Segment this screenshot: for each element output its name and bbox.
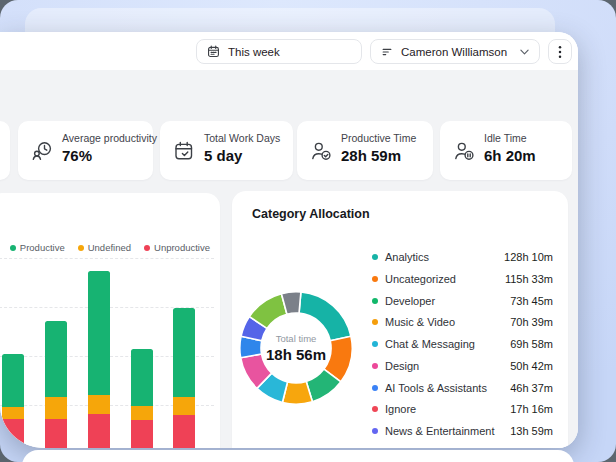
category-legend-row: Analytics128h 10m: [372, 249, 553, 265]
user-check-icon: [310, 140, 332, 162]
legend-dot-productive: [10, 245, 16, 251]
user-filter-select[interactable]: Cameron Williamson: [370, 39, 540, 64]
legend-item-productive: Productive: [10, 242, 65, 253]
dashboard-sheet: This week Cameron Williamson: [0, 32, 578, 448]
category-legend-list: Analytics128h 10mUncategorized115h 33mDe…: [372, 249, 553, 448]
legend-label: Unproductive: [154, 242, 210, 253]
stacked-bar: [88, 271, 110, 448]
category-label: News & Entertainment: [385, 425, 510, 437]
donut-chart: Total time 18h 56m: [239, 291, 353, 405]
category-label: Ignore: [385, 403, 510, 415]
calendar-icon: [207, 45, 220, 58]
category-legend-row: News & Entertainment13h 59m: [372, 423, 553, 439]
bar-segment-unproductive: [88, 414, 110, 448]
category-allocation-card: Category Allocation Total time 18h 56m A…: [232, 191, 568, 448]
bar-segment-undefined: [131, 406, 153, 420]
category-value: 13h 57m: [510, 447, 553, 448]
legend-dot-unproductive: [144, 245, 150, 251]
category-value: 70h 39m: [510, 316, 553, 328]
category-label: AI Tools & Assistants: [385, 382, 510, 394]
category-color-dot: [372, 428, 378, 434]
category-legend-row: Uncategorized115h 33m: [372, 271, 553, 287]
bar-segment-undefined: [173, 397, 195, 415]
donut-center-label: Total time: [276, 333, 317, 344]
category-value: 69h 58m: [510, 338, 553, 350]
user-clock-icon: [31, 140, 53, 162]
gridline: [0, 258, 214, 259]
stacked-bar: [131, 349, 153, 448]
stat-value: 76%: [62, 147, 92, 164]
legend-label: Undefined: [88, 242, 131, 253]
bar-segment-productive: [173, 308, 195, 397]
stat-value: 6h 20m: [484, 147, 536, 164]
filter-icon: [381, 46, 393, 58]
stat-value: 28h 59m: [341, 147, 401, 164]
stat-card-average-productivity: Average productivity 76%: [18, 121, 153, 180]
bar-segment-unproductive: [45, 419, 67, 448]
legend-label: Productive: [20, 242, 65, 253]
category-label: Other: [385, 447, 510, 448]
user-pause-icon: [453, 140, 475, 162]
category-label: Design: [385, 360, 510, 372]
category-color-dot: [372, 298, 378, 304]
legend-item-unproductive: Unproductive: [144, 242, 210, 253]
bar-segment-productive: [131, 349, 153, 406]
category-legend-row: Developer73h 45m: [372, 293, 553, 309]
bar-segment-productive: [2, 354, 24, 407]
top-toolbar: This week Cameron Williamson: [0, 32, 578, 70]
category-label: Developer: [385, 295, 510, 307]
panel-title: Category Allocation: [252, 207, 370, 221]
stat-value: 5 day: [204, 147, 242, 164]
category-value: 115h 33m: [505, 273, 553, 285]
bar-segment-undefined: [2, 407, 24, 419]
category-value: 13h 59m: [510, 425, 553, 437]
category-value: 46h 37m: [510, 382, 553, 394]
category-legend-row: AI Tools & Assistants46h 37m: [372, 380, 553, 396]
category-legend-row: Ignore17h 16m: [372, 401, 553, 417]
stat-label: Average productivity: [62, 132, 157, 144]
category-color-dot: [372, 406, 378, 412]
donut-center-value: 18h 56m: [266, 346, 326, 363]
bar-segment-undefined: [88, 395, 110, 414]
category-color-dot: [372, 276, 378, 282]
donut-center-text: Total time 18h 56m: [239, 291, 353, 405]
bar-segment-unproductive: [131, 420, 153, 448]
bar-segment-productive: [45, 321, 67, 397]
bar-segment-undefined: [45, 397, 67, 419]
stat-label: Idle Time: [484, 132, 527, 144]
calendar-check-icon: [173, 140, 195, 162]
category-color-dot: [372, 385, 378, 391]
category-color-dot: [372, 363, 378, 369]
stacked-bar: [45, 321, 67, 448]
bar-segment-unproductive: [173, 415, 195, 448]
category-color-dot: [372, 254, 378, 260]
category-legend-row: Music & Video70h 39m: [372, 314, 553, 330]
stacked-bar: [173, 308, 195, 448]
category-value: 73h 45m: [510, 295, 553, 307]
category-value: 128h 10m: [504, 251, 553, 263]
category-value: 17h 16m: [510, 403, 553, 415]
dashboard-content: Average productivity 76% Total Work Days…: [0, 70, 578, 448]
category-label: Uncategorized: [385, 273, 505, 285]
legend-item-undefined: Undefined: [78, 242, 131, 253]
category-color-dot: [372, 341, 378, 347]
stat-label: Productive Time: [341, 132, 416, 144]
bar-segment-productive: [88, 271, 110, 395]
bar-chart-legend: Productive Undefined Unproductive: [10, 242, 210, 253]
stat-card-cropped: [0, 121, 10, 180]
user-filter-value: Cameron Williamson: [401, 46, 512, 58]
next-section-sheet-peek: [22, 450, 574, 462]
stat-card-idle-time: Idle Time 6h 20m: [440, 121, 572, 180]
category-label: Analytics: [385, 251, 504, 263]
category-color-dot: [372, 319, 378, 325]
productivity-chart-card: Productive Undefined Unproductive: [0, 193, 220, 448]
category-label: Music & Video: [385, 316, 510, 328]
category-label: Chat & Messaging: [385, 338, 510, 350]
chevron-down-icon: [520, 49, 529, 55]
legend-dot-undefined: [78, 245, 84, 251]
stat-card-total-work-days: Total Work Days 5 day: [160, 121, 293, 180]
kebab-menu-icon: [558, 45, 562, 59]
more-options-button[interactable]: [548, 39, 572, 64]
category-legend-row: Chat & Messaging69h 58m: [372, 336, 553, 352]
date-range-button[interactable]: This week: [196, 39, 362, 64]
